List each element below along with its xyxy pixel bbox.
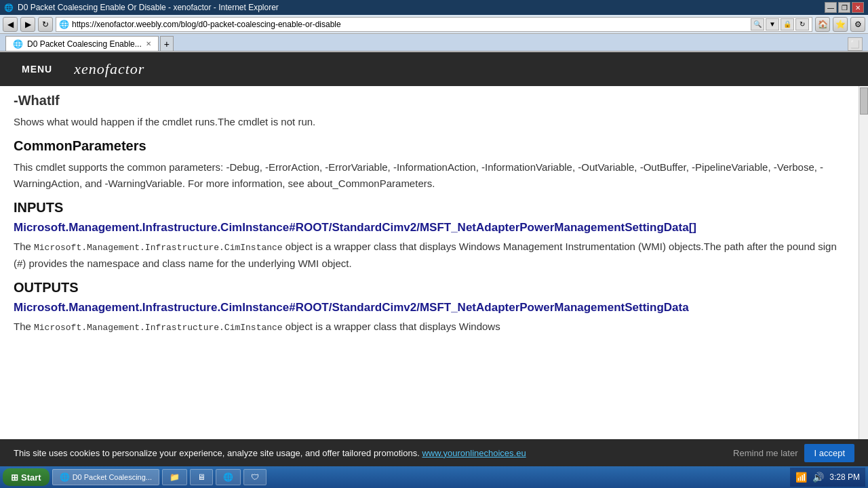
address-search-btn[interactable]: 🔍 xyxy=(751,18,764,30)
site-logo: xenofactor xyxy=(74,60,144,78)
favorites-button[interactable]: ⭐ xyxy=(833,17,848,32)
minimize-button[interactable]: — xyxy=(825,2,837,13)
taskbar: ⊞ Start 🌐 D0 Packet Coalescing... 📁 🖥 🌐 … xyxy=(0,466,868,488)
inputs-para: The Microsoft.Management.Infrastructure.… xyxy=(14,239,841,272)
tab-bar: 🌐 D0 Packet Coalescing Enable... ✕ + ⬜ xyxy=(0,34,868,52)
whatif-heading: -WhatIf xyxy=(14,93,841,108)
taskbar-screen-icon: 🖥 xyxy=(197,472,205,482)
content-area: -WhatIf Shows what would happen if the c… xyxy=(0,86,868,440)
cookie-bar: This site uses cookies to personalize yo… xyxy=(0,439,868,466)
toolbar-btn1[interactable]: ⬜ xyxy=(848,37,863,51)
scrollbar-right[interactable] xyxy=(859,86,868,440)
back-button[interactable]: ◀ xyxy=(3,17,18,32)
taskbar-item-browser[interactable]: 🌐 D0 Packet Coalescing... xyxy=(52,469,159,485)
taskbar-item-screen[interactable]: 🖥 xyxy=(190,469,213,485)
accept-button[interactable]: I accept xyxy=(804,444,854,462)
home-button[interactable]: 🏠 xyxy=(815,17,830,32)
page-nav: MENU xenofactor xyxy=(0,52,868,86)
tab-close-button[interactable]: ✕ xyxy=(146,40,151,47)
taskbar-shield-icon: 🛡 xyxy=(251,472,259,482)
settings-button[interactable]: ⚙ xyxy=(850,17,865,32)
close-button[interactable]: ✕ xyxy=(852,2,864,13)
taskbar-item-ie[interactable]: 🌐 xyxy=(216,469,241,485)
inputs-code: Microsoft.Management.Infrastructure.CimI… xyxy=(34,243,283,253)
cookie-message: This site uses cookies to personalize yo… xyxy=(14,448,420,458)
outputs-code: Microsoft.Management.Infrastructure.CimI… xyxy=(34,323,283,333)
common-params-heading: CommonParameters xyxy=(14,138,841,154)
outputs-para: The Microsoft.Management.Infrastructure.… xyxy=(14,319,841,336)
outputs-heading: OUTPUTS xyxy=(14,280,841,296)
cookie-buttons: Remind me later I accept xyxy=(733,444,854,462)
forward-button[interactable]: ▶ xyxy=(20,17,35,32)
address-refresh-btn[interactable]: ↻ xyxy=(795,18,809,30)
new-tab-button[interactable]: + xyxy=(160,36,174,51)
taskbar-item-folder[interactable]: 📁 xyxy=(162,469,187,485)
taskbar-right: 📶 🔊 3:28 PM xyxy=(790,468,865,487)
inputs-heading: INPUTS xyxy=(14,200,841,216)
taskbar-volume-icon: 🔊 xyxy=(812,472,824,483)
inputs-type-link[interactable]: Microsoft.Management.Infrastructure.CimI… xyxy=(14,221,696,234)
address-dropdown-btn[interactable]: ▼ xyxy=(766,18,779,30)
tab-icon: 🌐 xyxy=(13,39,23,49)
inputs-text-before: The xyxy=(14,241,34,252)
menu-button[interactable]: MENU xyxy=(14,58,60,80)
cookie-text: This site uses cookies to personalize yo… xyxy=(14,448,733,458)
taskbar-browser-icon: 🌐 xyxy=(60,472,70,482)
title-bar-text: D0 Packet Coalescing Enable Or Disable -… xyxy=(18,3,279,12)
start-icon: ⊞ xyxy=(11,472,18,483)
taskbar-network-icon: 📶 xyxy=(795,472,807,483)
taskbar-folder-icon: 📁 xyxy=(170,472,180,482)
taskbar-browser-label: D0 Packet Coalescing... xyxy=(73,473,152,481)
address-text: https://xenofactor.weebly.com/blog/d0-pa… xyxy=(72,20,748,29)
scrollbar-thumb[interactable] xyxy=(860,87,868,115)
tab-active[interactable]: 🌐 D0 Packet Coalescing Enable... ✕ xyxy=(5,36,159,51)
remind-later-button[interactable]: Remind me later xyxy=(733,448,797,458)
start-button[interactable]: ⊞ Start xyxy=(3,468,50,486)
refresh-button[interactable]: ↻ xyxy=(38,17,53,32)
address-icon: 🌐 xyxy=(59,20,69,29)
address-lock-btn[interactable]: 🔒 xyxy=(781,18,794,30)
nav-bar: ◀ ▶ ↻ 🌐 https://xenofactor.weebly.com/bl… xyxy=(0,15,868,34)
common-params-text: This cmdlet supports the common paramete… xyxy=(14,159,841,192)
cookie-link[interactable]: www.youronlinechoices.eu xyxy=(422,448,526,458)
restore-button[interactable]: ❐ xyxy=(838,2,850,13)
title-bar-icon: 🌐 xyxy=(4,3,14,12)
taskbar-ie-icon: 🌐 xyxy=(223,472,233,482)
start-label: Start xyxy=(21,472,41,483)
taskbar-time: 3:28 PM xyxy=(829,472,860,482)
address-bar[interactable]: 🌐 https://xenofactor.weebly.com/blog/d0-… xyxy=(56,17,812,32)
taskbar-item-shield[interactable]: 🛡 xyxy=(243,469,267,485)
outputs-type-link[interactable]: Microsoft.Management.Infrastructure.CimI… xyxy=(14,301,689,314)
outputs-text-after: object is a wrapper class that displays … xyxy=(283,321,500,332)
title-bar: 🌐 D0 Packet Coalescing Enable Or Disable… xyxy=(0,0,868,15)
outputs-text-before: The xyxy=(14,321,34,332)
tab-label: D0 Packet Coalescing Enable... xyxy=(27,39,142,49)
whatif-text: Shows what would happen if the cmdlet ru… xyxy=(14,114,841,130)
